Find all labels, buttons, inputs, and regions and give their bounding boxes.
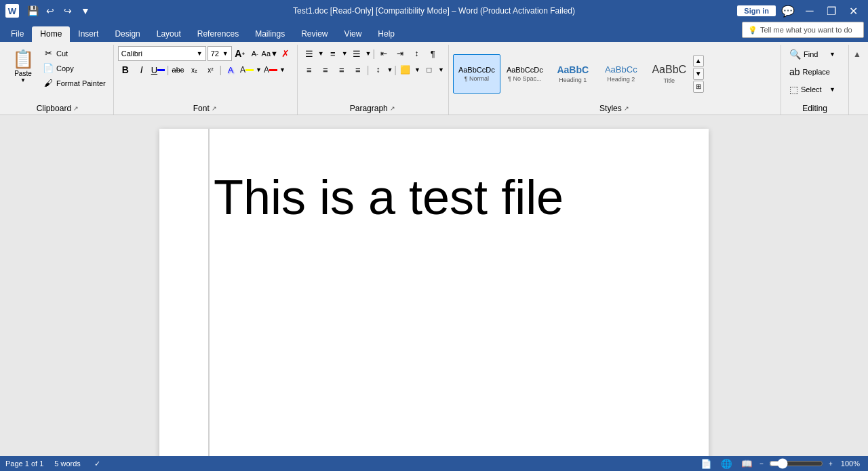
decrease-indent-button[interactable]: ⇤ <box>376 46 391 61</box>
tab-review[interactable]: Review <box>293 26 336 42</box>
borders-dropdown[interactable]: ▼ <box>438 66 444 73</box>
tab-insert[interactable]: Insert <box>70 26 106 42</box>
font-size-selector[interactable]: 72 ▼ <box>208 46 232 61</box>
bold-button[interactable]: B <box>118 62 133 77</box>
multilevel-dropdown[interactable]: ▼ <box>366 50 372 57</box>
copy-icon: 📄 <box>43 63 54 73</box>
tab-mailings[interactable]: Mailings <box>247 26 293 42</box>
style-heading2[interactable]: AaBbCc Heading 2 <box>597 54 645 94</box>
font-name-selector[interactable]: Calibri ▼ <box>118 46 206 61</box>
text-effects-button[interactable]: A <box>223 62 238 77</box>
find-button[interactable]: 🔍 Find ▼ <box>785 46 840 62</box>
show-hide-button[interactable]: ¶ <box>425 46 440 61</box>
multilevel-button[interactable]: ☰ <box>349 46 364 61</box>
close-button[interactable]: ✕ <box>844 1 863 20</box>
highlight-color-button[interactable]: A <box>239 62 254 77</box>
copy-button[interactable]: 📄 Copy <box>39 61 109 75</box>
sort-button[interactable]: ↕ <box>409 46 424 61</box>
redo-quick-button[interactable]: ↪ <box>60 3 76 19</box>
bullets-button[interactable]: ☰ <box>302 46 317 61</box>
tab-home[interactable]: Home <box>32 26 70 42</box>
print-view-button[interactable]: 📄 <box>698 457 713 470</box>
divider-4: | <box>367 64 370 75</box>
replace-button[interactable]: ab Replace <box>785 64 840 80</box>
style-title[interactable]: AaBbC Title <box>646 54 693 94</box>
numbering-button[interactable]: ≡ <box>326 46 340 61</box>
proofing-button[interactable]: ✓ <box>92 459 103 469</box>
styles-expand-button[interactable]: ↗ <box>623 104 630 112</box>
cut-button[interactable]: ✂ Cut <box>39 46 109 60</box>
borders-button[interactable]: □ <box>422 62 437 77</box>
save-quick-button[interactable]: 💾 <box>24 3 41 19</box>
sign-in-button[interactable]: Sign in <box>737 5 776 16</box>
style-more[interactable]: ⊞ <box>693 81 704 93</box>
replace-icon: ab <box>789 66 800 77</box>
select-dropdown-arrow: ▼ <box>829 86 835 93</box>
underline-button[interactable]: U <box>151 62 165 77</box>
clear-format-button[interactable]: ✗ <box>278 46 293 61</box>
superscript-button[interactable]: x² <box>203 62 218 77</box>
italic-button[interactable]: I <box>134 62 149 77</box>
paragraph-expand-button[interactable]: ↗ <box>389 104 396 112</box>
style-scroll-up[interactable]: ▲ <box>693 55 704 67</box>
strikethrough-button[interactable]: abc <box>170 62 185 77</box>
font-expand-button[interactable]: ↗ <box>211 104 218 112</box>
lightbulb-icon: 💡 <box>748 26 757 35</box>
numbering-dropdown[interactable]: ▼ <box>342 50 348 57</box>
style-scroll-down[interactable]: ▼ <box>693 68 704 80</box>
collapse-ribbon-button[interactable]: ▲ <box>850 47 864 61</box>
font-name-value: Calibri <box>121 49 142 58</box>
zoom-percent-button[interactable]: 100% <box>838 459 863 468</box>
align-left-button[interactable]: ≡ <box>302 62 317 77</box>
tab-layout[interactable]: Layout <box>149 26 189 42</box>
select-button[interactable]: ⬚ Select ▼ <box>785 81 840 98</box>
align-right-button[interactable]: ≡ <box>334 62 349 77</box>
tab-file[interactable]: File <box>3 26 32 42</box>
read-view-button[interactable]: 📖 <box>739 457 754 470</box>
align-center-button[interactable]: ≡ <box>318 62 333 77</box>
left-margin-indicator <box>208 129 210 456</box>
line-spacing-button[interactable]: ↕ <box>370 62 385 77</box>
document-area[interactable]: This is a test file <box>0 115 868 456</box>
font-row-2: B I U | abc x₂ x² | A A ▼ A ▼ <box>118 62 293 77</box>
quick-access-dropdown[interactable]: ▼ <box>77 3 94 19</box>
shading-dropdown[interactable]: ▼ <box>414 66 420 73</box>
paste-button[interactable]: 📋 Paste ▼ <box>7 46 39 85</box>
font-grow-button[interactable]: A+ <box>233 47 247 60</box>
zoom-slider[interactable] <box>769 458 823 469</box>
tab-help[interactable]: Help <box>370 26 403 42</box>
undo-quick-button[interactable]: ↩ <box>42 3 58 19</box>
line-spacing-dropdown[interactable]: ▼ <box>387 66 393 73</box>
editing-controls: 🔍 Find ▼ ab Replace ⬚ Select ▼ <box>785 46 840 112</box>
restore-button[interactable]: ❐ <box>822 1 841 20</box>
justify-button[interactable]: ≡ <box>351 62 366 77</box>
tab-references[interactable]: References <box>189 26 247 42</box>
style-nospace-label: ¶ No Spac... <box>508 75 541 82</box>
document-content[interactable]: This is a test file <box>214 169 654 225</box>
format-painter-button[interactable]: 🖌 Format Painter <box>39 76 109 90</box>
style-heading1[interactable]: AaBbC Heading 1 <box>549 54 597 94</box>
comments-button[interactable]: 💬 <box>778 1 797 20</box>
tab-view[interactable]: View <box>336 26 370 42</box>
change-case-button[interactable]: Aa▼ <box>263 47 277 60</box>
title-bar: W 💾 ↩ ↪ ▼ Test1.doc [Read-Only] [Compati… <box>0 0 868 22</box>
minimize-button[interactable]: ─ <box>800 1 819 20</box>
highlight-dropdown[interactable]: ▼ <box>256 66 262 73</box>
style-h1-label: Heading 1 <box>559 77 587 83</box>
clipboard-expand-button[interactable]: ↗ <box>73 104 79 112</box>
shading-button[interactable]: 🟨 <box>398 62 413 77</box>
tell-me-bar[interactable]: 💡 Tell me what you want to do <box>742 22 864 38</box>
web-view-button[interactable]: 🌐 <box>719 457 734 470</box>
font-size-value: 72 <box>211 49 219 58</box>
font-color-dropdown[interactable]: ▼ <box>279 66 285 73</box>
style-no-spacing[interactable]: AaBbCcDc ¶ No Spac... <box>501 54 549 94</box>
style-normal[interactable]: AaBbCcDc ¶ Normal <box>453 54 500 94</box>
font-color-button[interactable]: A <box>263 62 278 77</box>
clipboard-group-label: Clipboard ↗ <box>3 104 113 113</box>
style-h2-preview: AaBbCc <box>605 64 637 75</box>
subscript-button[interactable]: x₂ <box>186 62 201 77</box>
tab-design[interactable]: Design <box>106 26 148 42</box>
increase-indent-button[interactable]: ⇥ <box>393 46 408 61</box>
font-shrink-button[interactable]: A- <box>248 47 262 60</box>
bullets-dropdown[interactable]: ▼ <box>318 50 324 57</box>
